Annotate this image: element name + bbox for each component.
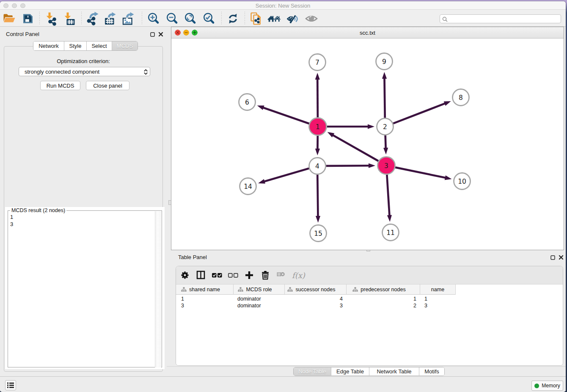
column-header-shared-name[interactable]: shared name (176, 284, 234, 295)
column-header-label: predecessor nodes (361, 287, 405, 293)
float-panel-icon[interactable] (550, 255, 555, 260)
graph-arrowhead-1-4 (315, 149, 320, 155)
table-cell[interactable]: 1 (347, 295, 416, 302)
close-panel-icon[interactable] (559, 255, 564, 260)
select-all-check-icon[interactable] (211, 269, 223, 282)
zoom-fit-icon[interactable] (184, 11, 197, 26)
table-cell[interactable]: 4 (285, 295, 343, 302)
optimization-criterion-value: strongly connected component (25, 69, 99, 75)
table-cell[interactable]: 3 (181, 302, 234, 309)
table-cell[interactable]: dominator (237, 295, 284, 302)
close-panel-button[interactable]: Close panel (86, 81, 129, 90)
float-panel-icon[interactable] (150, 32, 155, 37)
tab-select[interactable]: Select (87, 41, 112, 50)
tab-mcds[interactable]: MCDS (112, 41, 138, 50)
run-mcds-button[interactable]: Run MCDS (40, 81, 80, 90)
graph-edge-4-14[interactable] (263, 168, 309, 182)
graph-edge-4-15[interactable] (317, 174, 318, 217)
zoom-out-icon[interactable] (165, 11, 179, 26)
first-neighbors-icon[interactable] (267, 11, 281, 26)
column-header-label: shared name (189, 287, 220, 293)
table-tab-edge-table[interactable]: Edge Table (331, 367, 369, 375)
graph-arrowhead-2-3 (383, 148, 388, 155)
table-cell[interactable]: 3 (285, 302, 343, 309)
table-tab-network-table[interactable]: Network Table (369, 367, 419, 375)
table-panel-buttons (550, 255, 564, 260)
delete-column-icon[interactable] (259, 269, 272, 282)
toolbar-separator (245, 12, 245, 24)
network-graph: 7968124314101511 (171, 39, 564, 250)
graph-edge-1-7[interactable] (317, 78, 318, 118)
optimization-criterion-select[interactable]: strongly connected component (19, 67, 150, 76)
table-tab-node-table[interactable]: Node Table (294, 367, 331, 375)
table-panel-title: Table Panel (178, 254, 207, 260)
add-column-icon[interactable] (243, 269, 256, 282)
show-all-icon[interactable] (305, 11, 318, 26)
control-panel-tabs: NetworkStyleSelectMCDS (33, 41, 138, 51)
column-header-MCDS-role[interactable]: MCDS role (234, 284, 285, 295)
table-cell[interactable]: 1 (181, 295, 234, 302)
graph-node-label-7: 7 (315, 59, 319, 66)
mcds-result-text[interactable]: 1 3 (10, 213, 13, 228)
table-cell[interactable]: 3 (424, 302, 455, 309)
optimization-criterion-label: Optimization criterion: (0, 58, 167, 64)
table-cell[interactable]: 2 (347, 302, 416, 309)
table-cell[interactable]: dominator (237, 302, 284, 309)
graph-arrowhead-1-7 (315, 73, 320, 80)
search-field[interactable] (440, 14, 561, 23)
table-cell[interactable]: 1 (424, 295, 455, 302)
export-table-icon[interactable] (103, 11, 116, 26)
graph-node-label-11: 11 (386, 229, 395, 237)
graph-edge-1-6[interactable] (262, 107, 309, 123)
open-file-icon[interactable] (3, 11, 16, 26)
network-view-window: scc.txt 7968124314101511 (171, 27, 564, 250)
mcds-result-group-title: MCDS result (2 nodes) (10, 207, 66, 213)
column-header-predecessor-nodes[interactable]: predecessor nodes (347, 284, 420, 295)
graph-node-label-15: 15 (314, 230, 322, 237)
column-header-successor-nodes[interactable]: successor nodes (285, 284, 347, 295)
delete-table-disabled-icon[interactable] (274, 269, 287, 282)
result-scrollbar[interactable] (155, 211, 161, 367)
deselect-all-icon[interactable] (227, 269, 239, 282)
graph-edge-2-9[interactable] (384, 77, 385, 118)
hide-selected-icon[interactable] (286, 11, 300, 26)
graph-edge-3-10[interactable] (395, 167, 446, 178)
memory-label: Memory (542, 383, 560, 389)
close-panel-icon[interactable] (158, 32, 163, 37)
export-network-icon[interactable] (86, 11, 100, 26)
network-window-titlebar[interactable]: scc.txt (171, 27, 564, 39)
control-panel: Control Panel NetworkStyleSelectMCDS Opt… (0, 28, 167, 368)
zoom-in-icon[interactable] (147, 11, 160, 26)
apply-layout-icon[interactable] (226, 11, 239, 26)
graph-arrowhead-3-1 (328, 132, 335, 138)
new-network-from-selection-icon[interactable] (250, 11, 264, 26)
graph-arrowhead-4-3 (369, 163, 375, 168)
graph-edge-3-11[interactable] (387, 174, 389, 216)
column-header-name[interactable]: name (420, 284, 456, 295)
status-bar: Memory (0, 376, 566, 391)
import-table-icon[interactable] (63, 11, 77, 26)
import-network-icon[interactable] (45, 11, 58, 26)
tab-style[interactable]: Style (64, 41, 87, 50)
settings-gear-icon[interactable] (179, 269, 191, 282)
graph-edge-2-8[interactable] (393, 103, 446, 124)
graph-node-label-14: 14 (244, 183, 252, 190)
network-canvas[interactable]: 7968124314101511 (171, 39, 564, 250)
graph-arrowhead-1-6 (257, 105, 264, 110)
function-builder-disabled-icon[interactable]: f(x) (291, 269, 309, 282)
column-header-label: name (431, 287, 444, 293)
graph-edge-3-1[interactable] (332, 135, 378, 161)
graph-edge-4-3[interactable] (326, 166, 370, 166)
export-image-icon[interactable] (121, 11, 134, 26)
graph-edge-2-3[interactable] (385, 135, 386, 149)
table-tab-motifs[interactable]: Motifs (419, 367, 444, 375)
manage-columns-icon[interactable] (195, 269, 207, 282)
memory-button[interactable]: Memory (531, 381, 563, 391)
show-panels-list-button[interactable] (5, 380, 16, 390)
select-arrows-icon (143, 69, 148, 75)
save-session-icon[interactable] (21, 11, 35, 26)
tab-network[interactable]: Network (33, 41, 64, 50)
zoom-selected-icon[interactable] (202, 11, 216, 26)
shared-column-icon (287, 287, 293, 292)
network-window-title: scc.txt (171, 30, 564, 36)
